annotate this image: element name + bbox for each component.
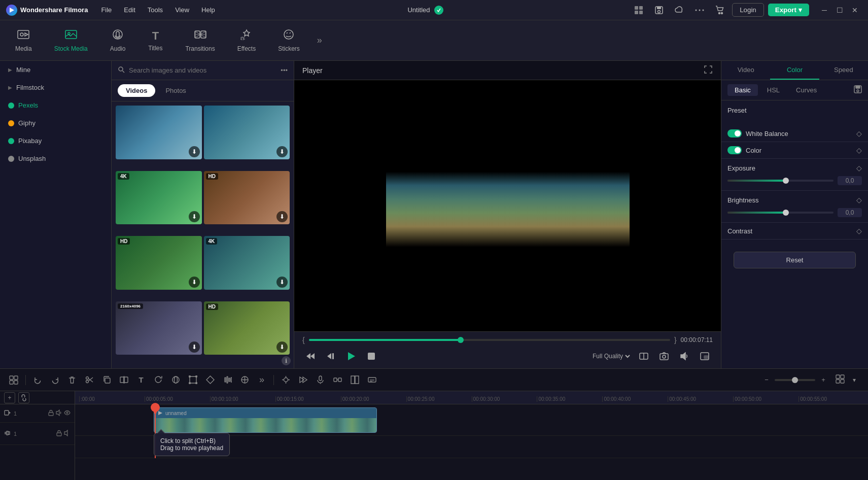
tl-redo-button[interactable] — [47, 372, 62, 388]
tl-undo-button[interactable] — [30, 372, 45, 388]
white-balance-toggle[interactable] — [727, 129, 742, 138]
tl-zoom-in-button[interactable]: + — [817, 374, 829, 386]
tl-clip-speed-button[interactable] — [295, 372, 310, 388]
exposure-track[interactable] — [727, 180, 834, 182]
tl-mask-button[interactable] — [168, 372, 183, 388]
toolbar-stickers[interactable]: Stickers — [273, 26, 305, 55]
minimize-button[interactable]: ─ — [817, 3, 831, 17]
play-button[interactable] — [343, 348, 359, 364]
sidebar-item-unsplash[interactable]: Unsplash — [0, 150, 111, 167]
tab-speed[interactable]: Speed — [819, 61, 868, 80]
toolbar-transitions[interactable]: Transitions — [180, 26, 220, 55]
step-back-button[interactable] — [323, 348, 339, 364]
menu-view[interactable]: View — [170, 4, 194, 16]
tl-voice-button[interactable] — [313, 372, 328, 388]
pip-icon[interactable] — [697, 348, 713, 364]
toolbar-effects[interactable]: Effects — [232, 26, 261, 55]
progress-track[interactable] — [309, 339, 670, 341]
tl-keyframe-button[interactable] — [202, 372, 218, 388]
progress-thumb[interactable] — [458, 337, 464, 343]
volume-icon[interactable] — [676, 348, 692, 364]
cloud-icon[interactable] — [671, 2, 687, 18]
toolbar-stock-media[interactable]: Stock Media — [49, 26, 93, 55]
tl-rotate-button[interactable] — [151, 372, 166, 388]
mark-in-icon[interactable]: { — [302, 336, 305, 344]
more-options-icon[interactable] — [691, 2, 708, 18]
tl-group-button[interactable] — [330, 372, 345, 388]
search-input[interactable] — [129, 66, 276, 74]
download-icon-7[interactable]: ⬇ — [189, 341, 200, 353]
tl-delete-button[interactable] — [64, 372, 80, 388]
tl-snap-button[interactable] — [278, 372, 293, 388]
screenshot-icon[interactable] — [656, 348, 672, 364]
layout-icon[interactable] — [631, 2, 647, 18]
tl-zoom-out-button[interactable]: − — [760, 374, 773, 386]
tab-color[interactable]: Color — [770, 61, 819, 80]
tab-videos[interactable]: Videos — [118, 84, 155, 97]
tl-expand-button[interactable]: ▾ — [847, 372, 862, 388]
tl-add-track-button[interactable]: + — [4, 392, 15, 403]
tl-text-button[interactable]: T — [133, 372, 149, 388]
media-thumb-7[interactable]: 2160x4096 ⬇ — [116, 301, 202, 355]
tab-photos[interactable]: Photos — [157, 84, 194, 97]
tl-more-button[interactable]: » — [254, 372, 269, 388]
media-thumb-2[interactable]: ⬇ — [204, 106, 290, 159]
download-icon-1[interactable]: ⬇ — [189, 146, 200, 157]
media-thumb-4[interactable]: HD ⬇ — [204, 171, 290, 225]
sub-tab-curves[interactable]: Curves — [789, 84, 824, 96]
tl-transform-button[interactable] — [185, 372, 200, 388]
media-thumb-1[interactable]: ⬇ — [116, 106, 202, 159]
tl-link-button[interactable] — [18, 392, 29, 403]
track-1-lock-icon[interactable] — [48, 409, 54, 418]
download-icon-2[interactable]: ⬇ — [276, 146, 288, 157]
exposure-keyframe-icon[interactable]: ◇ — [856, 164, 862, 172]
tab-video[interactable]: Video — [721, 61, 770, 80]
save-preset-icon[interactable] — [854, 85, 862, 95]
panel-info-icon[interactable]: ℹ — [282, 356, 291, 365]
contrast-keyframe-icon[interactable]: ◇ — [856, 227, 862, 235]
quality-select[interactable]: Full Quality 1/2 Quality 1/4 Quality — [591, 352, 632, 360]
toolbar-titles[interactable]: T Titles — [143, 26, 168, 55]
brightness-thumb[interactable] — [783, 210, 789, 216]
tl-subtitle-button[interactable] — [364, 372, 379, 388]
track-1-eye-icon[interactable] — [64, 409, 71, 418]
tl-view-toggle[interactable] — [836, 374, 845, 385]
menu-edit[interactable]: Edit — [119, 4, 140, 16]
media-thumb-5[interactable]: HD ⬇ — [116, 236, 202, 290]
tl-zoom-track[interactable] — [775, 379, 815, 381]
tl-zoom-thumb[interactable] — [792, 377, 798, 383]
tl-audio-button[interactable] — [220, 372, 235, 388]
menu-tools[interactable]: Tools — [143, 4, 168, 16]
sub-tab-basic[interactable]: Basic — [727, 84, 758, 96]
cart-icon[interactable] — [712, 2, 728, 18]
tl-color-button[interactable] — [237, 372, 252, 388]
track-1-mute-icon[interactable] — [56, 409, 62, 418]
white-balance-keyframe-icon[interactable]: ◇ — [856, 129, 862, 138]
tl-copy-button[interactable] — [99, 372, 114, 388]
color-toggle[interactable] — [727, 146, 742, 154]
download-icon-3[interactable]: ⬇ — [189, 211, 200, 222]
sidebar-item-mine[interactable]: ▶ Mine — [0, 61, 111, 79]
audio-mute-icon[interactable] — [64, 430, 71, 438]
rewind-button[interactable] — [302, 348, 319, 364]
search-more-icon[interactable]: ••• — [281, 66, 288, 74]
compare-icon[interactable] — [636, 348, 652, 364]
color-keyframe-icon[interactable]: ◇ — [856, 146, 862, 154]
toolbar-audio[interactable]: Audio — [105, 26, 131, 55]
tl-split-button[interactable] — [116, 372, 131, 388]
sub-tab-hsl[interactable]: HSL — [760, 84, 787, 96]
stop-button[interactable] — [363, 348, 379, 364]
media-thumb-6[interactable]: 4K ⬇ — [204, 236, 290, 290]
tl-multitrack-icon[interactable] — [6, 372, 21, 388]
close-button[interactable]: ✕ — [848, 3, 862, 17]
download-icon-5[interactable]: ⬇ — [189, 277, 200, 288]
sidebar-item-filmstock[interactable]: ▶ Filmstock — [0, 79, 111, 96]
download-icon-8[interactable]: ⬇ — [276, 341, 288, 353]
tl-transition-button[interactable] — [347, 372, 362, 388]
video-clip[interactable]: unnamed — [154, 407, 377, 433]
mark-out-icon[interactable]: } — [674, 336, 677, 344]
brightness-track[interactable] — [727, 212, 834, 214]
exposure-thumb[interactable] — [783, 178, 789, 184]
media-thumb-8[interactable]: HD ⬇ — [204, 301, 290, 355]
brightness-keyframe-icon[interactable]: ◇ — [856, 196, 862, 204]
